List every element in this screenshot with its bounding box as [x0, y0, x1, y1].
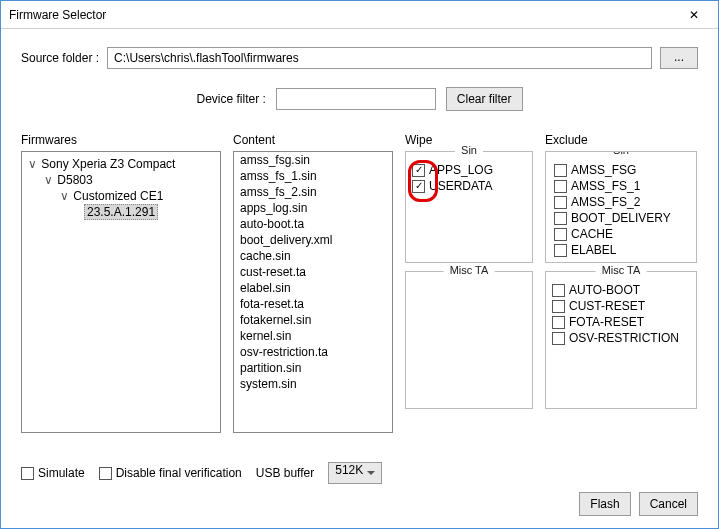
wipe-column: Wipe Sin APPS_LOGUSERDATA Misc TA: [405, 133, 533, 433]
usb-buffer-value: 512K: [335, 463, 363, 477]
exclude-sin-group[interactable]: Sin AMSS_FSGAMSS_FS_1AMSS_FS_2BOOT_DELIV…: [545, 151, 697, 263]
tree-label-selected: 23.5.A.1.291: [84, 204, 158, 220]
list-item[interactable]: amss_fs_1.sin: [234, 168, 392, 184]
group-title-sin: Sin: [455, 144, 483, 156]
checkbox-label: AMSS_FS_2: [571, 195, 640, 209]
tree-node-model[interactable]: ∨ D5803: [24, 172, 218, 188]
list-item[interactable]: apps_log.sin: [234, 200, 392, 216]
checkbox-icon: [554, 164, 567, 177]
group-title-misc: Misc TA: [596, 264, 647, 276]
browse-button[interactable]: ...: [660, 47, 698, 69]
checkbox-label: USERDATA: [429, 179, 493, 193]
checkbox-row[interactable]: AUTO-BOOT: [552, 282, 690, 298]
device-filter-input[interactable]: [276, 88, 436, 110]
checkbox-label: APPS_LOG: [429, 163, 493, 177]
close-icon: ✕: [689, 8, 699, 22]
checkbox-row[interactable]: FOTA-RESET: [552, 314, 690, 330]
exclude-column: Exclude Sin AMSS_FSGAMSS_FS_1AMSS_FS_2BO…: [545, 133, 697, 433]
checkbox-icon: [99, 467, 112, 480]
list-item[interactable]: cust-reset.ta: [234, 264, 392, 280]
window-title: Firmware Selector: [9, 8, 674, 22]
group-title-misc: Misc TA: [444, 264, 495, 276]
source-row: Source folder : ...: [21, 47, 698, 69]
exclude-sin-list: AMSS_FSGAMSS_FS_1AMSS_FS_2BOOT_DELIVERYC…: [552, 162, 696, 258]
list-item[interactable]: partition.sin: [234, 360, 392, 376]
usb-buffer-select[interactable]: 512K: [328, 462, 382, 484]
list-item[interactable]: system.sin: [234, 376, 392, 392]
cancel-button[interactable]: Cancel: [639, 492, 698, 516]
checkbox-icon: [554, 228, 567, 241]
flash-button[interactable]: Flash: [579, 492, 630, 516]
source-folder-input[interactable]: [107, 47, 652, 69]
checkbox-icon: [554, 212, 567, 225]
list-item[interactable]: amss_fs_2.sin: [234, 184, 392, 200]
list-item[interactable]: fotakernel.sin: [234, 312, 392, 328]
tree-label: Sony Xperia Z3 Compact: [41, 157, 175, 171]
clear-filter-button[interactable]: Clear filter: [446, 87, 523, 111]
checkbox-row[interactable]: CUST-RESET: [552, 298, 690, 314]
firmwares-tree[interactable]: ∨ Sony Xperia Z3 Compact ∨ D5803 ∨ Custo…: [21, 151, 221, 433]
chevron-down-icon[interactable]: ∨: [26, 157, 38, 171]
checkbox-icon: [412, 164, 425, 177]
list-item[interactable]: amss_fsg.sin: [234, 152, 392, 168]
firmware-selector-window: Firmware Selector ✕ Source folder : ... …: [0, 0, 719, 529]
checkbox-icon: [554, 180, 567, 193]
list-item[interactable]: boot_delivery.xml: [234, 232, 392, 248]
checkbox-label: AMSS_FSG: [571, 163, 636, 177]
checkbox-label: AMSS_FS_1: [571, 179, 640, 193]
firmwares-column: Firmwares ∨ Sony Xperia Z3 Compact ∨ D58…: [21, 133, 221, 433]
checkbox-label: BOOT_DELIVERY: [571, 211, 671, 225]
checkbox-row[interactable]: AMSS_FS_1: [552, 178, 696, 194]
tree-node-variant[interactable]: ∨ Customized CE1: [24, 188, 218, 204]
checkbox-icon: [554, 244, 567, 257]
usb-buffer-label: USB buffer: [256, 466, 314, 480]
checkbox-label: CUST-RESET: [569, 299, 645, 313]
checkbox-icon: [552, 316, 565, 329]
chevron-down-icon[interactable]: ∨: [42, 173, 54, 187]
list-item[interactable]: auto-boot.ta: [234, 216, 392, 232]
checkbox-row[interactable]: CACHE: [552, 226, 696, 242]
list-item[interactable]: elabel.sin: [234, 280, 392, 296]
disable-final-verification-checkbox[interactable]: Disable final verification: [99, 465, 242, 481]
checkbox-label: ELABEL: [571, 243, 616, 257]
checkbox-icon: [552, 332, 565, 345]
checkbox-icon: [412, 180, 425, 193]
checkbox-icon: [554, 196, 567, 209]
simulate-checkbox[interactable]: Simulate: [21, 465, 85, 481]
checkbox-row[interactable]: ELABEL: [552, 242, 696, 258]
tree-node-version[interactable]: 23.5.A.1.291: [24, 204, 218, 220]
group-title-sin: Sin: [607, 151, 635, 156]
chevron-down-icon[interactable]: ∨: [58, 189, 70, 203]
wipe-sin-group: Sin APPS_LOGUSERDATA: [405, 151, 533, 263]
checkbox-row[interactable]: APPS_LOG: [412, 162, 526, 178]
list-item[interactable]: fota-reset.ta: [234, 296, 392, 312]
wipe-sin-list: APPS_LOGUSERDATA: [412, 162, 526, 194]
content-list[interactable]: amss_fsg.sinamss_fs_1.sinamss_fs_2.sinap…: [233, 151, 393, 433]
list-item[interactable]: kernel.sin: [234, 328, 392, 344]
checkbox-label: CACHE: [571, 227, 613, 241]
checkbox-label: FOTA-RESET: [569, 315, 644, 329]
checkbox-row[interactable]: BOOT_DELIVERY: [552, 210, 696, 226]
simulate-label: Simulate: [38, 466, 85, 480]
tree-label: D5803: [57, 173, 92, 187]
tree-label: Customized CE1: [73, 189, 163, 203]
disable-final-label: Disable final verification: [116, 466, 242, 480]
content-column: Content amss_fsg.sinamss_fs_1.sinamss_fs…: [233, 133, 393, 433]
tree-node-device[interactable]: ∨ Sony Xperia Z3 Compact: [24, 156, 218, 172]
list-item[interactable]: cache.sin: [234, 248, 392, 264]
checkbox-row[interactable]: AMSS_FS_2: [552, 194, 696, 210]
filter-row: Device filter : Clear filter: [21, 87, 698, 111]
wipe-misc-group: Misc TA: [405, 271, 533, 409]
exclude-misc-list: AUTO-BOOTCUST-RESETFOTA-RESETOSV-RESTRIC…: [552, 282, 690, 346]
exclude-header: Exclude: [545, 133, 697, 147]
checkbox-row[interactable]: USERDATA: [412, 178, 526, 194]
main-columns: Firmwares ∨ Sony Xperia Z3 Compact ∨ D58…: [21, 133, 698, 433]
checkbox-label: AUTO-BOOT: [569, 283, 640, 297]
checkbox-icon: [552, 284, 565, 297]
list-item[interactable]: osv-restriction.ta: [234, 344, 392, 360]
checkbox-row[interactable]: OSV-RESTRICTION: [552, 330, 690, 346]
source-label: Source folder :: [21, 51, 99, 65]
close-button[interactable]: ✕: [674, 2, 714, 28]
checkbox-row[interactable]: AMSS_FSG: [552, 162, 696, 178]
content-header: Content: [233, 133, 393, 147]
